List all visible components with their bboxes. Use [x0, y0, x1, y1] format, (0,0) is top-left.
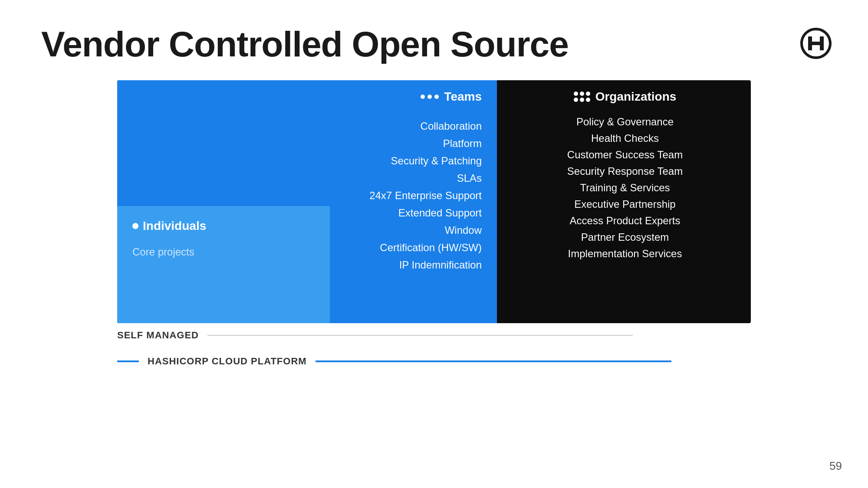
teams-item-2: Security & Patching	[391, 155, 482, 167]
self-managed-line	[207, 335, 633, 336]
individuals-title: Individuals	[143, 219, 206, 233]
org-item-1: Health Checks	[591, 132, 659, 144]
teams-item-6: Window	[445, 224, 482, 236]
self-managed-text: SELF MANAGED	[117, 330, 199, 341]
org-dots-icon	[574, 92, 590, 102]
teams-item-8: IP Indemnification	[399, 259, 482, 271]
org-item-6: Access Product Experts	[570, 215, 681, 227]
teams-item-0: Collaboration	[421, 120, 482, 132]
individuals-subtitle: Core projects	[132, 246, 315, 258]
organizations-section: Organizations Policy & Governance Health…	[499, 80, 751, 323]
org-dot-4	[574, 98, 578, 102]
org-header: Organizations	[574, 90, 677, 104]
page-title: Vendor Controlled Open Source	[41, 24, 569, 65]
teams-dot-3	[434, 95, 439, 99]
individuals-header: Individuals	[132, 219, 315, 233]
org-title: Organizations	[595, 90, 677, 104]
teams-item-5: Extended Support	[398, 207, 482, 219]
hashicorp-line-right	[316, 360, 671, 362]
org-dot-2	[580, 92, 584, 96]
org-item-2: Customer Success Team	[567, 149, 683, 161]
main-diagram: Teams Collaboration Platform Security & …	[117, 80, 751, 323]
org-item-8: Implementation Services	[568, 248, 682, 260]
org-item-7: Partner Ecosystem	[581, 231, 669, 243]
hashicorp-logo	[799, 26, 833, 61]
teams-item-7: Certification (HW/SW)	[380, 242, 482, 254]
page-number: 59	[829, 459, 842, 473]
hashicorp-platform-section: HASHICORP CLOUD PLATFORM	[117, 356, 671, 367]
teams-dot-2	[427, 95, 432, 99]
org-item-5: Executive Partnership	[574, 198, 675, 210]
hashicorp-line-left	[117, 360, 139, 362]
hashicorp-platform-text: HASHICORP CLOUD PLATFORM	[148, 356, 307, 367]
teams-header: Teams	[117, 80, 497, 104]
individuals-section: Individuals Core projects	[117, 206, 330, 323]
org-dot-3	[586, 92, 590, 96]
org-items-list: Policy & Governance Health Checks Custom…	[567, 116, 683, 260]
org-dot-1	[574, 92, 578, 96]
teams-section: Teams Collaboration Platform Security & …	[117, 80, 497, 323]
org-dot-6	[586, 98, 590, 102]
org-item-0: Policy & Governance	[576, 116, 674, 128]
teams-dot-1	[421, 95, 425, 99]
svg-rect-3	[808, 42, 824, 45]
individuals-bullet-icon	[132, 223, 138, 229]
teams-item-1: Platform	[443, 138, 482, 150]
org-item-4: Training & Services	[580, 182, 670, 194]
teams-item-3: SLAs	[457, 172, 482, 184]
teams-item-4: 24x7 Enterprise Support	[369, 190, 482, 202]
self-managed-section: SELF MANAGED	[117, 330, 633, 341]
teams-dots-icon	[421, 95, 439, 99]
org-dot-5	[580, 98, 584, 102]
org-item-3: Security Response Team	[567, 165, 683, 177]
teams-title: Teams	[444, 90, 482, 104]
